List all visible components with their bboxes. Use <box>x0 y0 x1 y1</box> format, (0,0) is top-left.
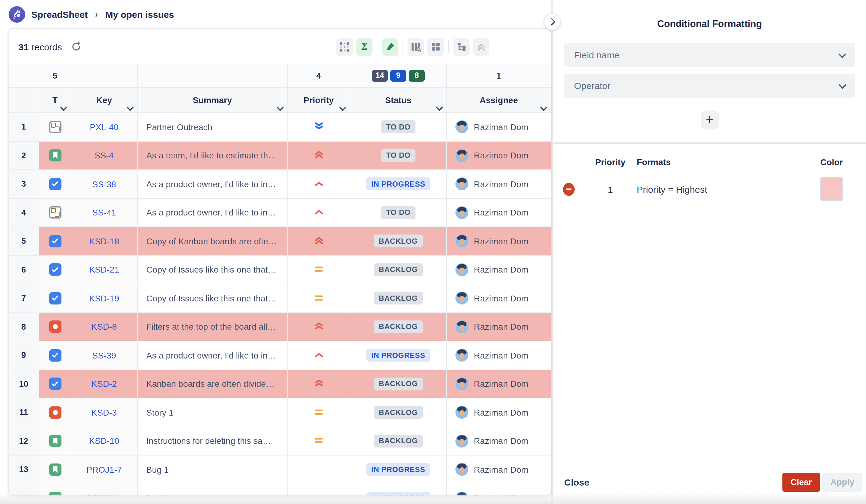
assignee-cell[interactable]: Raziman Dom <box>447 284 551 312</box>
status-cell[interactable]: TO DO <box>350 141 447 170</box>
rule-color-swatch[interactable] <box>820 177 843 201</box>
column-settings-icon-button[interactable] <box>408 38 424 56</box>
issue-key-cell[interactable]: SS-4 <box>71 141 138 170</box>
summary-cell[interactable]: Instructions for deleting this sa… <box>138 427 288 455</box>
breadcrumb-app-name[interactable]: SpreadSheet <box>31 9 88 19</box>
column-header-summary[interactable]: Summary <box>138 88 288 112</box>
column-header-priority[interactable]: Priority <box>288 88 350 112</box>
assignee-cell[interactable]: Raziman Dom <box>447 370 551 398</box>
field-name-select[interactable]: Field name <box>564 43 855 67</box>
summary-cell[interactable]: Filters at the top of the board all… <box>138 313 288 341</box>
issue-key-cell[interactable]: KSD-10 <box>71 427 138 455</box>
priority-cell[interactable] <box>288 170 350 198</box>
refresh-icon[interactable] <box>71 41 82 52</box>
assignee-cell[interactable]: Raziman Dom <box>447 427 551 455</box>
issue-key-link[interactable]: SS-41 <box>92 208 116 218</box>
status-cell[interactable]: TO DO <box>350 113 447 141</box>
issue-key-cell[interactable]: PROJ1-9 <box>71 484 138 496</box>
priority-cell[interactable] <box>288 484 350 496</box>
issue-type-cell[interactable] <box>39 170 71 198</box>
issue-type-cell[interactable] <box>39 484 71 496</box>
assignee-cell[interactable]: Raziman Dom <box>447 170 551 198</box>
issue-type-cell[interactable] <box>39 370 71 398</box>
select-cells-icon-button[interactable] <box>336 38 353 56</box>
priority-cell[interactable] <box>288 227 350 255</box>
status-cell[interactable]: IN PROGRESS <box>350 341 447 369</box>
assignee-cell[interactable]: Raziman Dom <box>447 256 551 284</box>
summary-cell[interactable]: Story 1 <box>138 398 288 426</box>
issue-key-link[interactable]: KSD-3 <box>91 408 117 417</box>
priority-cell[interactable] <box>288 341 350 369</box>
column-header-assignee[interactable]: Assignee <box>447 88 551 112</box>
summary-cell[interactable]: Kanban boards are often divided… <box>138 370 288 398</box>
issue-type-cell[interactable] <box>39 141 71 170</box>
priority-cell[interactable] <box>288 113 350 141</box>
summary-cell[interactable]: Partner Outreach <box>138 113 288 141</box>
issue-key-link[interactable]: PROJ1-9 <box>86 493 122 496</box>
assignee-cell[interactable]: Raziman Dom <box>447 341 551 369</box>
issue-type-cell[interactable] <box>39 113 71 141</box>
issue-key-link[interactable]: KSD-2 <box>91 379 117 389</box>
operator-select[interactable]: Operator <box>564 74 855 98</box>
column-header-key[interactable]: Key <box>71 88 138 112</box>
priority-cell[interactable] <box>288 198 350 227</box>
clear-button[interactable]: Clear <box>782 472 820 491</box>
grid-view-icon-button[interactable] <box>427 38 444 56</box>
issue-key-link[interactable]: SS-4 <box>95 151 114 161</box>
priority-cell[interactable] <box>288 456 350 483</box>
status-cell[interactable]: IN PROGRESS <box>350 170 447 198</box>
issue-key-cell[interactable]: SS-38 <box>71 170 138 198</box>
assignee-cell[interactable]: Raziman Dom <box>447 313 551 341</box>
priority-cell[interactable] <box>288 141 350 170</box>
summary-cell[interactable]: As a product owner, I'd like to in… <box>138 198 288 227</box>
assignee-cell[interactable]: Raziman Dom <box>447 141 551 170</box>
summary-cell[interactable]: Bug 1 <box>138 456 288 483</box>
issue-key-link[interactable]: KSD-8 <box>91 322 117 332</box>
issue-key-link[interactable]: KSD-18 <box>89 236 119 246</box>
issue-key-cell[interactable]: PROJ1-7 <box>71 456 138 483</box>
column-header-type[interactable]: T <box>39 88 71 112</box>
summary-cell[interactable]: As a product owner, I'd like to in… <box>138 170 288 198</box>
assignee-cell[interactable]: Raziman Dom <box>447 398 551 426</box>
issue-type-cell[interactable] <box>39 256 71 284</box>
issue-key-cell[interactable]: KSD-21 <box>71 256 138 284</box>
status-cell[interactable]: BACKLOG <box>350 284 447 312</box>
status-cell[interactable]: IN PROGRESS <box>350 484 447 496</box>
summary-cell[interactable]: Copy of Issues like this one that … <box>138 284 288 312</box>
summary-cell[interactable]: Copy of Kanban boards are ofte… <box>138 227 288 255</box>
priority-cell[interactable] <box>288 427 350 455</box>
hierarchy-icon-button[interactable] <box>453 38 469 56</box>
status-cell[interactable]: BACKLOG <box>350 313 447 341</box>
remove-rule-button[interactable] <box>563 183 575 195</box>
add-rule-button[interactable]: + <box>700 111 719 129</box>
issue-type-cell[interactable] <box>39 341 71 369</box>
close-button[interactable]: Close <box>564 477 589 487</box>
paint-format-icon-button[interactable] <box>382 38 398 56</box>
assignee-cell[interactable]: Raziman Dom <box>447 484 551 496</box>
priority-cell[interactable] <box>288 370 350 398</box>
priority-cell[interactable] <box>288 313 350 341</box>
assignee-cell[interactable]: Raziman Dom <box>447 198 551 227</box>
panel-collapse-button[interactable] <box>544 13 560 30</box>
status-cell[interactable]: TO DO <box>350 198 447 227</box>
issue-key-link[interactable]: SS-39 <box>92 351 116 360</box>
column-header-status[interactable]: Status <box>350 88 447 112</box>
issue-key-link[interactable]: KSD-21 <box>89 265 119 275</box>
summary-cell[interactable]: Bug 1 <box>138 484 288 496</box>
assignee-cell[interactable]: Raziman Dom <box>447 456 551 483</box>
assignee-cell[interactable]: Raziman Dom <box>447 227 551 255</box>
status-cell[interactable]: BACKLOG <box>350 227 447 255</box>
issue-key-link[interactable]: PROJ1-7 <box>86 465 122 474</box>
issue-key-cell[interactable]: KSD-2 <box>71 370 138 398</box>
issue-key-cell[interactable]: SS-39 <box>71 341 138 369</box>
issue-type-cell[interactable] <box>39 198 71 227</box>
issue-type-cell[interactable] <box>39 398 71 426</box>
issue-key-link[interactable]: KSD-10 <box>89 436 119 446</box>
summary-cell[interactable]: Copy of Issues like this one that … <box>138 256 288 284</box>
issue-type-cell[interactable] <box>39 456 71 483</box>
issue-type-cell[interactable] <box>39 284 71 312</box>
issue-key-cell[interactable]: KSD-19 <box>71 284 138 312</box>
status-cell[interactable]: IN PROGRESS <box>350 456 447 483</box>
sum-sigma-icon-button[interactable]: Σ <box>356 38 373 56</box>
issue-key-cell[interactable]: SS-41 <box>71 198 138 227</box>
